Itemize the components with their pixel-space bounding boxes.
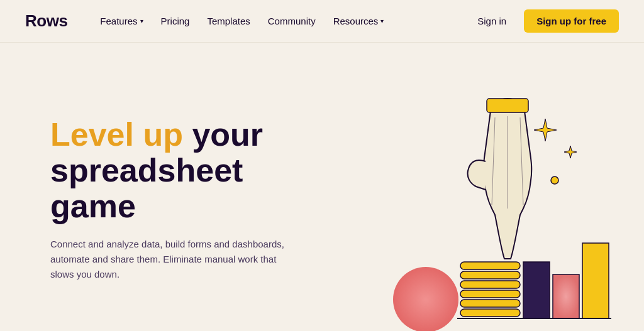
nav-label-templates: Templates <box>207 16 250 26</box>
svg-rect-2 <box>460 271 520 279</box>
hero-subtitle: Connect and analyze data, build forms an… <box>50 237 289 282</box>
sparkle-large <box>534 119 557 141</box>
nav-item-resources[interactable]: Resources ▾ <box>326 11 392 31</box>
nav-item-features[interactable]: Features ▾ <box>92 11 150 31</box>
nav-item-templates[interactable]: Templates <box>199 11 257 31</box>
nav-item-community[interactable]: Community <box>260 11 323 31</box>
svg-rect-4 <box>460 290 520 298</box>
chevron-down-icon: ▾ <box>140 18 143 24</box>
logo[interactable]: Rows <box>25 11 67 31</box>
sign-up-button[interactable]: Sign up for free <box>524 9 619 33</box>
navbar: Rows Features ▾ Pricing Templates Commun… <box>0 0 644 43</box>
svg-rect-11 <box>487 99 528 112</box>
svg-rect-8 <box>553 274 579 318</box>
svg-rect-3 <box>460 281 520 288</box>
nav-label-features: Features <box>100 16 137 26</box>
nav-label-resources: Resources <box>333 16 379 26</box>
illustration-svg <box>322 67 611 331</box>
hero-headline: Level up your spreadsheet game <box>50 117 314 225</box>
hero-text: Level up your spreadsheet game Connect a… <box>50 117 314 283</box>
svg-rect-6 <box>460 309 520 317</box>
nav-label-pricing: Pricing <box>161 16 190 26</box>
coin-stack <box>460 262 520 317</box>
svg-rect-7 <box>523 262 550 318</box>
sign-in-link[interactable]: Sign in <box>470 11 514 31</box>
sparkle-small <box>564 146 577 158</box>
nav-label-community: Community <box>268 16 316 26</box>
chevron-down-icon-resources: ▾ <box>380 18 384 24</box>
svg-rect-1 <box>460 262 520 269</box>
nav-item-pricing[interactable]: Pricing <box>153 11 197 31</box>
svg-rect-9 <box>582 243 609 318</box>
nav-links: Features ▾ Pricing Templates Community R… <box>92 11 470 31</box>
svg-point-0 <box>393 267 458 331</box>
dot-accent <box>551 176 558 184</box>
hero-section: Level up your spreadsheet game Connect a… <box>0 43 644 331</box>
svg-rect-5 <box>460 300 520 307</box>
hero-illustration <box>314 68 619 331</box>
nav-actions: Sign in Sign up for free <box>470 9 619 33</box>
hand <box>468 99 532 259</box>
hero-headline-highlight: Level up <box>50 116 183 153</box>
